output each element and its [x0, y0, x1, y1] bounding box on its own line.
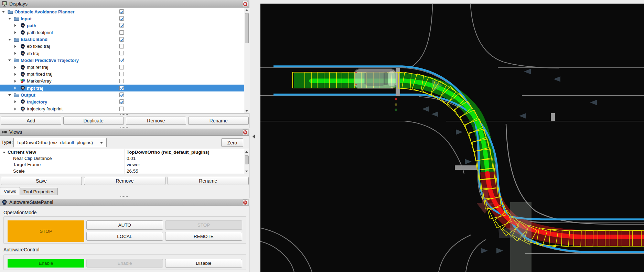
expand-arrow-icon[interactable]: [14, 52, 16, 55]
visibility-checkbox[interactable]: [119, 30, 124, 35]
views-close-button[interactable]: ✕: [242, 129, 248, 135]
zero-button[interactable]: Zero: [221, 138, 243, 147]
tree-item-trajectory-footprint[interactable]: wtrajectory footprint: [0, 106, 244, 112]
tree-item-eb-traj[interactable]: web traj: [0, 50, 244, 57]
tree-item-trajectory[interactable]: wtrajectory: [0, 98, 244, 105]
collapse-arrow-icon[interactable]: [8, 59, 11, 61]
visibility-checkbox[interactable]: [119, 99, 124, 104]
auto-button[interactable]: AUTO: [86, 220, 163, 230]
remove-button[interactable]: Remove: [84, 177, 165, 185]
collapse-arrow-icon[interactable]: [3, 152, 6, 153]
rename-button[interactable]: Rename: [168, 177, 249, 185]
expand-arrow-icon[interactable]: [14, 108, 16, 110]
expand-arrow-icon[interactable]: [14, 80, 16, 83]
tree-item-input[interactable]: Input: [0, 15, 244, 22]
tree-item-path[interactable]: wpath: [0, 22, 244, 29]
ego-vehicle: [354, 69, 397, 89]
save-button[interactable]: Save: [1, 177, 82, 185]
properties-scrollbar[interactable]: [244, 149, 249, 174]
add-button[interactable]: Add: [1, 117, 61, 125]
property-value[interactable]: viewer: [127, 162, 140, 167]
collapse-arrow-icon[interactable]: [8, 18, 11, 20]
visibility-checkbox[interactable]: [119, 23, 124, 28]
collapse-arrow-icon[interactable]: [8, 94, 11, 96]
splitter-handle[interactable]: [120, 127, 129, 128]
visibility-checkbox[interactable]: [119, 9, 124, 14]
local-button[interactable]: LOCAL: [86, 232, 163, 241]
property-value[interactable]: 26.55: [127, 168, 138, 174]
expand-arrow-icon[interactable]: [14, 24, 16, 27]
property-value[interactable]: 0.01: [127, 156, 136, 161]
remote-button[interactable]: REMOTE: [165, 232, 242, 241]
render-view-3d[interactable]: [260, 0, 644, 272]
splitter-handle[interactable]: [120, 196, 129, 197]
property-row-current-view[interactable]: Current ViewTopDownOrtho (rviz_default_p…: [0, 149, 249, 155]
scrollbar-thumb[interactable]: [245, 13, 249, 43]
displays-panel-titlebar[interactable]: Displays ✕: [0, 0, 249, 8]
visibility-checkbox[interactable]: [119, 51, 124, 55]
visibility-checkbox[interactable]: [119, 72, 124, 76]
render-view-top-strip: [260, 0, 644, 4]
visibility-checkbox[interactable]: [119, 79, 124, 83]
tree-item-model-predictive-trajectory[interactable]: Model Predictive Trajectory: [0, 57, 244, 64]
tab-tool-properties[interactable]: Tool Properties: [20, 188, 58, 195]
tree-item-eb-fixed-traj[interactable]: web fixed traj: [0, 43, 244, 50]
marker-icon: [20, 78, 25, 84]
svg-text:w: w: [21, 24, 24, 27]
collapse-arrow-icon[interactable]: [2, 11, 5, 13]
rename-button[interactable]: Rename: [188, 117, 249, 125]
tree-item-mpt-traj[interactable]: wmpt traj: [0, 85, 244, 91]
tab-views[interactable]: Views: [0, 187, 20, 195]
visibility-checkbox[interactable]: [119, 86, 124, 90]
tree-item-markerarray[interactable]: MarkerArray: [0, 78, 244, 85]
autoware-control-group: Enable EnableDisable: [3, 254, 246, 270]
visibility-checkbox[interactable]: [119, 44, 124, 48]
scroll-up-icon[interactable]: [244, 8, 249, 12]
scrollbar-thumb[interactable]: [245, 155, 249, 164]
autoware-state-panel-titlebar[interactable]: w AutowareStatePanel ✕: [0, 198, 249, 206]
visibility-checkbox[interactable]: [119, 16, 124, 21]
scroll-down-icon[interactable]: [244, 169, 249, 174]
folder-icon: [8, 9, 13, 14]
stop-line: [455, 165, 477, 170]
duplicate-button[interactable]: Duplicate: [63, 117, 124, 125]
visibility-checkbox[interactable]: [119, 37, 124, 42]
remove-button[interactable]: Remove: [126, 117, 186, 125]
svg-text:w: w: [21, 65, 24, 68]
displays-close-button[interactable]: ✕: [242, 1, 248, 7]
tree-item-label: Output: [21, 93, 35, 98]
panel-splitter[interactable]: [249, 0, 260, 272]
splitter-handle[interactable]: [120, 114, 129, 115]
displays-tree-scrollbar[interactable]: [244, 8, 249, 113]
expand-arrow-icon[interactable]: [14, 31, 16, 34]
views-panel-titlebar[interactable]: Views ✕: [0, 128, 249, 136]
view-type-dropdown[interactable]: TopDownOrtho (rviz_default_plugins): [13, 138, 107, 147]
expand-arrow-icon[interactable]: [14, 66, 16, 69]
tree-item-elastic-band[interactable]: Elastic Band: [0, 36, 244, 43]
visibility-checkbox[interactable]: [119, 65, 124, 69]
expand-arrow-icon[interactable]: [14, 87, 16, 89]
scroll-down-icon[interactable]: [244, 108, 249, 113]
vector-map: [260, 0, 644, 272]
visibility-checkbox[interactable]: [119, 58, 124, 62]
tree-item-mpt-ref-traj[interactable]: wmpt ref traj: [0, 64, 244, 71]
tree-item-obstacle-avoidance-planner[interactable]: Obstacle Avoidance Planner: [0, 8, 244, 15]
autoware-state-panel-title: AutowareStatePanel: [9, 199, 53, 205]
property-row-target-frame[interactable]: Target Frameviewer: [0, 162, 249, 168]
state-panel-close-button[interactable]: ✕: [242, 199, 248, 205]
collapse-panel-icon[interactable]: [253, 134, 255, 139]
collapse-arrow-icon[interactable]: [8, 39, 11, 41]
expand-arrow-icon[interactable]: [14, 45, 16, 48]
visibility-checkbox[interactable]: [119, 107, 124, 111]
visibility-checkbox[interactable]: [119, 93, 124, 97]
expand-arrow-icon[interactable]: [14, 73, 16, 76]
property-value[interactable]: TopDownOrtho (rviz_default_plugins): [127, 150, 210, 155]
tree-item-path-footprint[interactable]: wpath footprint: [0, 29, 244, 36]
property-row-scale[interactable]: Scale26.55: [0, 168, 249, 174]
expand-arrow-icon[interactable]: [14, 100, 16, 103]
disable-button[interactable]: Disable: [165, 259, 242, 268]
tree-item-mpt-fixed-traj[interactable]: wmpt fixed traj: [0, 71, 244, 78]
tree-item-output[interactable]: Output: [0, 91, 244, 98]
property-row-near-clip-distance[interactable]: Near Clip Distance0.01: [0, 155, 249, 162]
scroll-up-icon[interactable]: [244, 149, 249, 154]
